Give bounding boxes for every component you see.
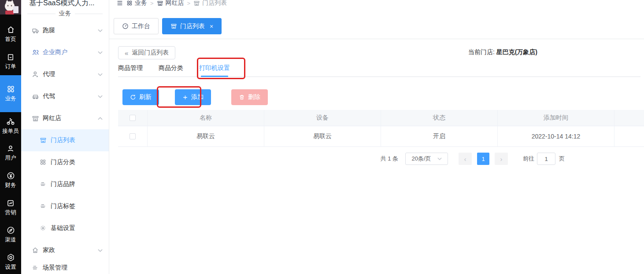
marketing-icon <box>7 199 15 207</box>
select-all-cell <box>118 110 148 126</box>
tab-printer-settings[interactable]: 打印机设置 <box>199 62 230 77</box>
grid-icon <box>40 159 47 166</box>
sidebar-item-label: 门店品牌 <box>51 180 103 188</box>
app-logo[interactable] <box>0 0 21 15</box>
breadcrumb-label: 门店列表 <box>202 0 227 7</box>
content-tabs: 商品管理 商品分类 打印机设置 <box>118 62 640 77</box>
breadcrumb-item-online-stores[interactable]: 网红店 <box>157 0 184 7</box>
tab-label: 门店列表 <box>180 22 205 30</box>
rail-item-label: 接单员 <box>2 128 19 135</box>
column-header-created: 添加时间 <box>498 110 614 126</box>
pagination-total: 共 1 条 <box>381 155 398 163</box>
store-icon <box>32 115 39 122</box>
table-row[interactable]: 易联云 易联云 开启 2022-10-14 14:12 <box>118 126 644 147</box>
chevron-down-icon <box>437 157 442 160</box>
business-grid-icon <box>126 0 133 6</box>
sidebar-item-paotui[interactable]: 跑腿 <box>21 19 109 41</box>
current-store-indicator: 当前门店: 星巴克(万象店) <box>468 48 537 56</box>
page-size-value: 20条/页 <box>411 155 431 163</box>
rail-item-users[interactable]: 用户 <box>0 139 21 167</box>
select-all-checkbox[interactable] <box>130 115 136 121</box>
sidebar-subitem-basic-settings[interactable]: 基础设置 <box>21 217 109 239</box>
breadcrumb-separator: > <box>150 0 154 7</box>
order-icon <box>7 53 15 61</box>
sidebar-item-label: 场景管理 <box>43 264 103 272</box>
next-page-button[interactable]: › <box>495 153 508 165</box>
sidebar-item-label: 基础设置 <box>51 224 103 232</box>
sidebar-subitem-store-category[interactable]: 门店分类 <box>21 151 109 173</box>
home-outline-icon <box>32 247 39 254</box>
chevron-down-icon <box>98 51 103 54</box>
table-toolbar: 刷新 添加 删除 <box>122 89 268 105</box>
tab-store-list[interactable]: 门店列表 × <box>162 18 222 34</box>
tab-workbench[interactable]: 工作台 <box>114 18 159 34</box>
rail-item-label: 财务 <box>5 182 16 189</box>
delete-button[interactable]: 删除 <box>231 89 268 105</box>
back-to-store-list-button[interactable]: « 返回门店列表 <box>118 46 175 59</box>
car-icon <box>32 93 39 100</box>
rail-item-label: 用户 <box>5 154 16 162</box>
tab-product-category[interactable]: 商品分类 <box>159 62 183 77</box>
collapse-menu-icon[interactable] <box>116 0 123 7</box>
rail-item-courier[interactable]: 接单员 <box>0 112 21 139</box>
rail-item-orders[interactable]: 订单 <box>0 48 21 75</box>
sidebar-item-label: 代理 <box>43 70 98 78</box>
page-size-select[interactable]: 20条/页 <box>405 153 448 165</box>
sidebar-item-label: 门店分类 <box>51 158 103 166</box>
sidebar-section-label: 业务 <box>21 8 109 19</box>
add-button[interactable]: 添加 <box>175 89 211 105</box>
mascot-image <box>0 0 21 15</box>
breadcrumb: 业务 > 网红店 > 门店列表 <box>109 0 644 7</box>
column-header-status: 状态 <box>381 110 498 126</box>
rail-item-channels[interactable]: 渠道 <box>0 221 21 248</box>
sidebar-item-housekeeping[interactable]: 家政 <box>21 239 109 261</box>
rail-item-label: 业务 <box>5 95 16 102</box>
tab-product-management[interactable]: 商品管理 <box>118 62 143 77</box>
sidebar-item-scene-management[interactable]: 场景管理 <box>21 261 109 274</box>
prev-page-button[interactable]: ‹ <box>459 153 472 165</box>
sidebar-subitem-store-list[interactable]: 门店列表 <box>21 129 109 151</box>
printer-table: 名称 设备 状态 添加时间 易联云 易联云 开启 2022-10-14 14:1… <box>118 110 644 147</box>
current-store-name: 星巴克(万象店) <box>496 48 537 55</box>
rail-item-marketing[interactable]: 营销 <box>0 194 21 221</box>
sidebar-item-label: 代驾 <box>43 92 98 100</box>
chevron-down-icon <box>98 95 103 98</box>
rail-item-label: 首页 <box>5 36 16 43</box>
header-divider <box>109 39 644 39</box>
rail-item-settings[interactable]: 设置 <box>0 248 21 274</box>
refresh-button[interactable]: 刷新 <box>122 89 159 105</box>
sidebar-subitem-store-tags[interactable]: 门店标签 <box>21 195 109 217</box>
settings-icon <box>7 253 15 262</box>
sidebar-item-merchants[interactable]: 企业商户 <box>21 41 109 63</box>
close-icon[interactable]: × <box>210 23 213 30</box>
double-chevron-left-icon: « <box>125 49 128 57</box>
column-header-name: 名称 <box>148 110 264 126</box>
rail-menu: 首页 订单 业务 接单员 用户 财务 <box>0 21 21 274</box>
rail-item-finance[interactable]: 财务 <box>0 167 21 194</box>
app-title: 基于SaaS模式人力... <box>21 0 109 8</box>
gear-icon <box>40 225 47 232</box>
chevron-down-icon <box>98 29 103 32</box>
open-tabs-bar: 工作台 门店列表 × <box>114 18 222 34</box>
row-checkbox[interactable] <box>130 133 136 139</box>
current-store-label: 当前门店: <box>468 48 495 55</box>
truck-icon <box>32 27 39 34</box>
sidebar-subitem-store-brand[interactable]: 门店品牌 <box>21 173 109 195</box>
plus-icon <box>182 95 188 100</box>
list-icon <box>40 203 47 210</box>
rail-item-business[interactable]: 业务 <box>0 75 21 112</box>
breadcrumb-item-business[interactable]: 业务 <box>126 0 147 7</box>
button-label: 刷新 <box>139 93 152 101</box>
sidebar-item-online-stores[interactable]: 网红店 <box>21 107 109 129</box>
rail-item-home[interactable]: 首页 <box>0 21 21 48</box>
breadcrumb-label: 网红店 <box>166 0 184 7</box>
goto-page-input[interactable] <box>537 153 555 165</box>
page-number-1[interactable]: 1 <box>477 153 489 165</box>
sidebar-item-agents[interactable]: 代理 <box>21 63 109 85</box>
sidebar-item-label: 网红店 <box>43 114 98 122</box>
column-header-extra <box>614 110 644 126</box>
sidebar-item-label: 门店标签 <box>51 202 103 210</box>
sidebar-item-driving[interactable]: 代驾 <box>21 85 109 107</box>
pagination: 共 1 条 20条/页 ‹ 1 › 前往 页 <box>381 153 565 165</box>
page-unit-label: 页 <box>559 155 565 163</box>
